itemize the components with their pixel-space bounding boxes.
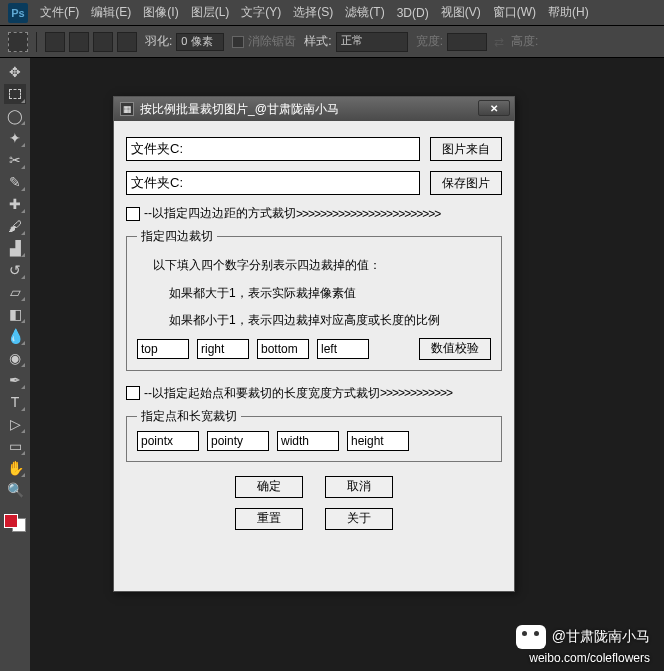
right-input[interactable] — [197, 339, 249, 359]
weibo-icon — [516, 625, 546, 649]
height-crop-input[interactable] — [347, 431, 409, 451]
menu-view[interactable]: 视图(V) — [441, 4, 481, 21]
save-folder-input[interactable] — [126, 171, 420, 195]
menu-help[interactable]: 帮助(H) — [548, 4, 589, 21]
menu-window[interactable]: 窗口(W) — [493, 4, 536, 21]
cancel-button[interactable]: 取消 — [325, 476, 393, 498]
dialog-icon: ▦ — [120, 102, 134, 116]
tool-preset-icon[interactable] — [8, 32, 28, 52]
top-input[interactable] — [137, 339, 189, 359]
height-label: 高度: — [511, 33, 538, 50]
ps-logo: Ps — [8, 3, 28, 23]
margin-mode-checkbox[interactable] — [126, 207, 140, 221]
arrows-deco-2: >>>>>>>>>>>> — [380, 386, 452, 400]
history-brush-tool[interactable]: ↺ — [4, 260, 26, 280]
menu-filter[interactable]: 滤镜(T) — [345, 4, 384, 21]
about-button[interactable]: 关于 — [325, 508, 393, 530]
path-tool[interactable]: ▷ — [4, 414, 26, 434]
wand-tool[interactable]: ✦ — [4, 128, 26, 148]
zoom-tool[interactable]: 🔍 — [4, 480, 26, 500]
point-fieldset: 指定点和长宽裁切 — [126, 408, 502, 462]
blur-tool[interactable]: 💧 — [4, 326, 26, 346]
style-label: 样式: — [304, 33, 331, 50]
point-mode-label: --以指定起始点和要裁切的长度宽度方式裁切 — [144, 385, 380, 402]
marquee-tool[interactable] — [4, 84, 26, 104]
dialog-titlebar[interactable]: ▦ 按比例批量裁切图片_@甘肃陇南小马 ✕ — [114, 97, 514, 121]
style-select[interactable]: 正常 — [336, 32, 408, 52]
width-label: 宽度: — [416, 33, 443, 50]
pointx-input[interactable] — [137, 431, 199, 451]
type-tool[interactable]: T — [4, 392, 26, 412]
antialias-checkbox — [232, 36, 244, 48]
width-crop-input[interactable] — [277, 431, 339, 451]
feather-label: 羽化: — [145, 33, 172, 50]
hint-2: 如果都大于1，表示实际裁掉像素值 — [169, 283, 491, 305]
batch-crop-dialog: ▦ 按比例批量裁切图片_@甘肃陇南小马 ✕ 图片来自 保存图片 --以指定四边边… — [113, 96, 515, 592]
ok-button[interactable]: 确定 — [235, 476, 303, 498]
lasso-tool[interactable]: ◯ — [4, 106, 26, 126]
hint-1: 以下填入四个数字分别表示四边裁掉的值： — [153, 255, 491, 277]
antialias-label: 消除锯齿 — [248, 33, 296, 50]
reset-button[interactable]: 重置 — [235, 508, 303, 530]
selection-mode-group — [45, 32, 137, 52]
divider — [36, 32, 37, 52]
menu-image[interactable]: 图像(I) — [143, 4, 178, 21]
width-input — [447, 33, 487, 51]
feather-input[interactable] — [176, 33, 224, 51]
source-button[interactable]: 图片来自 — [430, 137, 502, 161]
menu-file[interactable]: 文件(F) — [40, 4, 79, 21]
hint-3: 如果都小于1，表示四边裁掉对应高度或长度的比例 — [169, 310, 491, 332]
margin-mode-label: --以指定四边边距的方式裁切 — [144, 205, 296, 222]
pen-tool[interactable]: ✒ — [4, 370, 26, 390]
heal-tool[interactable]: ✚ — [4, 194, 26, 214]
save-button[interactable]: 保存图片 — [430, 171, 502, 195]
point-legend: 指定点和长宽裁切 — [137, 408, 241, 425]
shape-tool[interactable]: ▭ — [4, 436, 26, 456]
brush-tool[interactable]: 🖌 — [4, 216, 26, 236]
margin-legend: 指定四边裁切 — [137, 228, 217, 245]
close-button[interactable]: ✕ — [478, 100, 510, 116]
eraser-tool[interactable]: ▱ — [4, 282, 26, 302]
margin-fieldset: 指定四边裁切 以下填入四个数字分别表示四边裁掉的值： 如果都大于1，表示实际裁掉… — [126, 228, 502, 371]
watermark-url: weibo.com/coleflowers — [529, 651, 650, 665]
gradient-tool[interactable]: ◧ — [4, 304, 26, 324]
watermark: @甘肃陇南小马 — [516, 625, 650, 649]
new-selection-icon[interactable] — [45, 32, 65, 52]
bottom-input[interactable] — [257, 339, 309, 359]
menu-edit[interactable]: 编辑(E) — [91, 4, 131, 21]
menu-select[interactable]: 选择(S) — [293, 4, 333, 21]
menu-bar: Ps 文件(F) 编辑(E) 图像(I) 图层(L) 文字(Y) 选择(S) 滤… — [0, 0, 664, 26]
watermark-name: @甘肃陇南小马 — [552, 628, 650, 646]
source-folder-input[interactable] — [126, 137, 420, 161]
crop-tool[interactable]: ✂ — [4, 150, 26, 170]
pointy-input[interactable] — [207, 431, 269, 451]
menu-layer[interactable]: 图层(L) — [191, 4, 230, 21]
dialog-title: 按比例批量裁切图片_@甘肃陇南小马 — [140, 101, 339, 118]
move-tool[interactable]: ✥ — [4, 62, 26, 82]
arrows-deco: >>>>>>>>>>>>>>>>>>>>>>>> — [296, 207, 440, 221]
verify-button[interactable]: 数值校验 — [419, 338, 491, 360]
foreground-color[interactable] — [4, 514, 18, 528]
color-swatch[interactable] — [4, 514, 26, 532]
stamp-tool[interactable]: ▟ — [4, 238, 26, 258]
menu-type[interactable]: 文字(Y) — [241, 4, 281, 21]
left-input[interactable] — [317, 339, 369, 359]
options-bar: 羽化: 消除锯齿 样式: 正常 宽度: ⇄ 高度: — [0, 26, 664, 58]
point-mode-checkbox[interactable] — [126, 386, 140, 400]
tools-panel: ✥ ◯ ✦ ✂ ✎ ✚ 🖌 ▟ ↺ ▱ ◧ 💧 ◉ ✒ T ▷ ▭ ✋ 🔍 — [0, 58, 30, 671]
add-selection-icon[interactable] — [69, 32, 89, 52]
eyedropper-tool[interactable]: ✎ — [4, 172, 26, 192]
swap-icon: ⇄ — [491, 34, 507, 50]
hand-tool[interactable]: ✋ — [4, 458, 26, 478]
dodge-tool[interactable]: ◉ — [4, 348, 26, 368]
menu-3d[interactable]: 3D(D) — [397, 6, 429, 20]
subtract-selection-icon[interactable] — [93, 32, 113, 52]
intersect-selection-icon[interactable] — [117, 32, 137, 52]
